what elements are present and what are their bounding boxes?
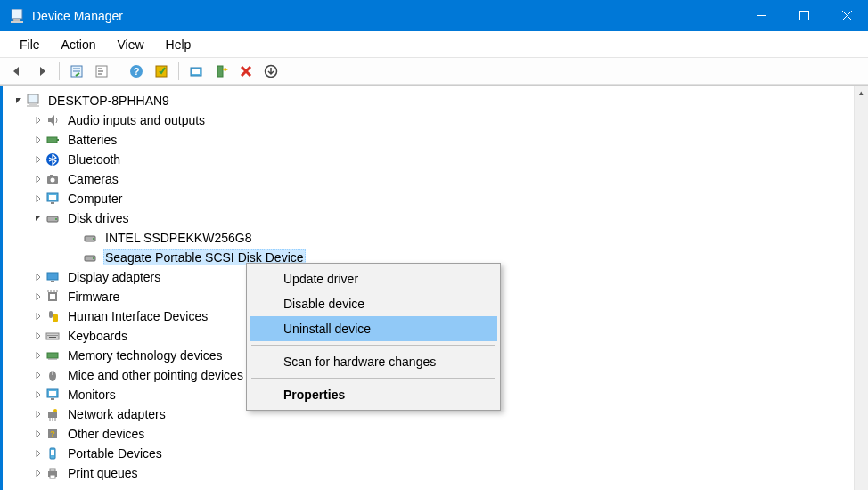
close-button[interactable] <box>825 0 868 31</box>
tree-node[interactable]: Bluetooth <box>5 150 854 169</box>
expand-icon[interactable] <box>32 369 45 381</box>
expand-icon[interactable] <box>32 330 45 342</box>
device-manager-window: Device Manager File Action View Help ? <box>0 0 868 490</box>
tree-node[interactable]: INTEL SSDPEKKW256G8 <box>5 228 854 248</box>
ctx-properties[interactable]: Properties <box>250 382 497 407</box>
tree-node[interactable]: ?Other devices <box>5 424 854 444</box>
battery-icon <box>45 132 61 148</box>
expand-icon[interactable] <box>32 447 45 460</box>
maximize-button[interactable] <box>782 0 825 31</box>
menu-view[interactable]: View <box>106 34 154 55</box>
svg-rect-44 <box>50 294 55 299</box>
svg-rect-19 <box>217 66 223 77</box>
tree-node-label: Computer <box>66 191 124 207</box>
menu-help[interactable]: Help <box>155 34 202 55</box>
svg-rect-25 <box>27 105 39 107</box>
tree-node-label: Network adapters <box>66 406 168 422</box>
ctx-scan-hardware[interactable]: Scan for hardware changes <box>250 349 497 374</box>
action-button[interactable] <box>150 61 173 82</box>
expand-icon[interactable] <box>32 310 45 323</box>
minimize-button[interactable] <box>740 0 782 31</box>
ctx-uninstall-device[interactable]: Uninstall device <box>250 316 497 341</box>
tree-node[interactable]: Audio inputs and outputs <box>5 110 854 130</box>
tree-node-label: Disk drives <box>66 210 130 226</box>
tree-node-label: Audio inputs and outputs <box>66 112 207 128</box>
svg-rect-31 <box>50 175 53 176</box>
svg-point-30 <box>51 178 55 183</box>
other-icon: ? <box>45 426 61 442</box>
tree-node-label: Print queues <box>66 465 140 481</box>
svg-rect-41 <box>47 273 58 280</box>
help-button[interactable]: ? <box>125 61 148 82</box>
bluetooth-icon <box>45 151 61 167</box>
computer-icon <box>25 93 41 109</box>
expand-icon[interactable] <box>32 388 45 401</box>
toolbar-separator <box>119 62 119 80</box>
tree-node-label: DESKTOP-8PHHAN9 <box>46 93 171 109</box>
svg-rect-50 <box>53 314 58 322</box>
expand-icon[interactable] <box>32 114 45 127</box>
audio-icon <box>45 112 61 128</box>
vertical-scrollbar[interactable]: ▴ <box>854 86 868 490</box>
expand-icon[interactable] <box>32 290 45 303</box>
forward-button[interactable] <box>30 61 53 82</box>
expand-icon[interactable] <box>32 134 45 146</box>
expand-icon[interactable] <box>32 408 45 421</box>
tree-node-label: Portable Devices <box>66 445 164 461</box>
menu-action[interactable]: Action <box>51 34 107 55</box>
expand-icon[interactable] <box>32 173 45 185</box>
refresh-button[interactable] <box>259 61 283 82</box>
mouse-icon <box>45 367 61 383</box>
collapse-icon[interactable] <box>12 94 25 107</box>
show-hidden-button[interactable] <box>65 61 88 82</box>
svg-rect-26 <box>47 137 57 143</box>
ctx-update-driver[interactable]: Update driver <box>250 266 497 291</box>
menu-file[interactable]: File <box>9 34 51 55</box>
tree-node[interactable]: Print queues <box>5 463 854 483</box>
svg-rect-16 <box>156 66 167 77</box>
update-driver-button[interactable] <box>184 61 208 82</box>
collapse-icon[interactable] <box>32 212 45 225</box>
hid-icon <box>45 308 61 324</box>
svg-rect-51 <box>46 333 59 339</box>
expand-icon[interactable] <box>32 271 45 283</box>
tree-node[interactable]: Computer <box>5 189 854 208</box>
svg-rect-23 <box>28 94 38 103</box>
scroll-up-arrow[interactable]: ▴ <box>855 86 869 100</box>
console-tree-button[interactable] <box>90 61 113 82</box>
left-window-edge <box>0 86 3 490</box>
svg-rect-81 <box>50 475 55 478</box>
tree-node[interactable]: Batteries <box>5 130 854 150</box>
keyboard-icon <box>45 328 61 344</box>
expand-icon[interactable] <box>32 349 45 362</box>
disk-icon <box>82 249 98 265</box>
tree-node-label: Keyboards <box>66 328 129 344</box>
expand-icon[interactable] <box>32 153 45 166</box>
svg-rect-33 <box>49 195 56 200</box>
toolbar-separator <box>59 62 60 80</box>
expand-icon[interactable] <box>32 467 45 479</box>
svg-rect-34 <box>51 202 54 204</box>
network-icon <box>45 406 61 422</box>
scan-hardware-button[interactable] <box>209 61 233 82</box>
expand-icon[interactable] <box>32 428 45 440</box>
svg-rect-59 <box>47 353 58 358</box>
tree-node[interactable]: Cameras <box>5 169 854 189</box>
tree-node[interactable]: Portable Devices <box>5 444 854 463</box>
svg-rect-69 <box>51 398 54 400</box>
tree-node[interactable]: Disk drives <box>5 208 854 228</box>
remove-button[interactable] <box>234 61 258 82</box>
print-icon <box>45 465 61 481</box>
ctx-disable-device[interactable]: Disable device <box>250 291 497 316</box>
tree-node-label: Other devices <box>66 426 146 442</box>
firmware-icon <box>45 289 61 305</box>
tree-node[interactable]: DESKTOP-8PHHAN9 <box>5 91 854 110</box>
back-button[interactable] <box>5 61 29 82</box>
tree-node-label: Monitors <box>66 387 118 403</box>
svg-rect-18 <box>192 69 200 74</box>
disk-icon <box>45 210 61 226</box>
svg-rect-70 <box>48 412 57 418</box>
expand-icon[interactable] <box>32 192 45 205</box>
tree-node-label: Batteries <box>66 132 119 148</box>
svg-point-74 <box>53 409 57 412</box>
